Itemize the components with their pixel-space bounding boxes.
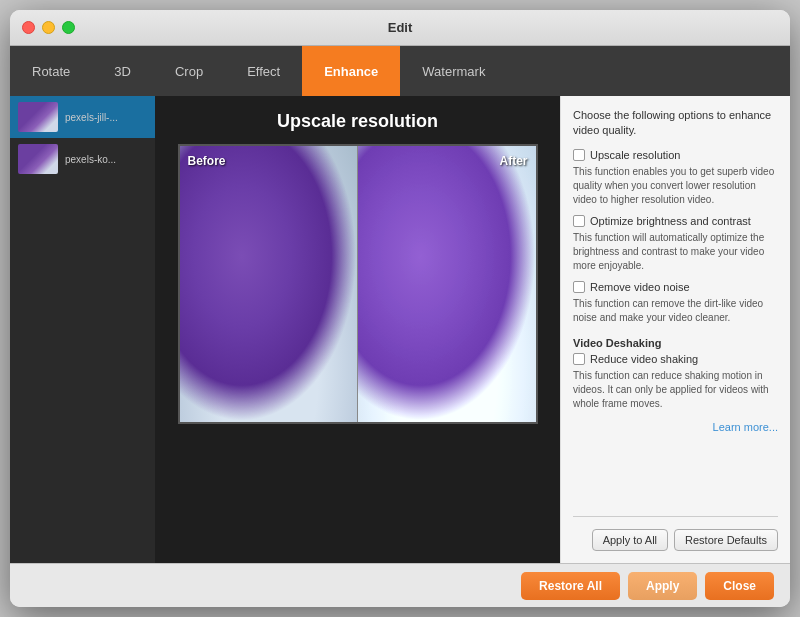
- main-window: Edit Rotate 3D Crop Effect Enhance Water…: [10, 10, 790, 607]
- checkbox-brightness[interactable]: [573, 215, 585, 227]
- checkbox-upscale[interactable]: [573, 149, 585, 161]
- toolbar: Rotate 3D Crop Effect Enhance Watermark: [10, 46, 790, 96]
- option-row-noise: Remove video noise: [573, 281, 778, 293]
- option-desc-upscale: This function enables you to get superb …: [573, 165, 778, 207]
- after-label: After: [499, 154, 527, 168]
- thumb-skier-image-1: [18, 144, 58, 174]
- after-image: [358, 146, 536, 422]
- option-label-upscale: Upscale resolution: [590, 149, 681, 161]
- sidebar-thumb-0: [18, 102, 58, 132]
- sidebar-thumb-1: [18, 144, 58, 174]
- title-bar: Edit: [10, 10, 790, 46]
- minimize-window-button[interactable]: [42, 21, 55, 34]
- option-desc-brightness: This function will automatically optimiz…: [573, 231, 778, 273]
- right-panel-intro: Choose the following options to enhance …: [573, 108, 778, 139]
- window-title: Edit: [388, 20, 413, 35]
- traffic-lights: [22, 21, 75, 34]
- option-row-upscale: Upscale resolution: [573, 149, 778, 161]
- option-label-deshake: Reduce video shaking: [590, 353, 698, 365]
- checkbox-deshake[interactable]: [573, 353, 585, 365]
- close-window-button[interactable]: [22, 21, 35, 34]
- comparison-container: Before After: [178, 144, 538, 424]
- option-label-noise: Remove video noise: [590, 281, 690, 293]
- option-row-deshake: Reduce video shaking: [573, 353, 778, 365]
- option-desc-deshake: This function can reduce shaking motion …: [573, 369, 778, 411]
- sidebar-item-0[interactable]: pexels-jill-...: [10, 96, 155, 138]
- after-image-bg: [358, 146, 536, 422]
- restore-all-button[interactable]: Restore All: [521, 572, 620, 600]
- main-panel: Upscale resolution Before After: [155, 96, 560, 563]
- before-image: [180, 146, 358, 422]
- tab-watermark[interactable]: Watermark: [400, 46, 507, 96]
- right-panel-buttons: Apply to All Restore Defaults: [573, 521, 778, 551]
- tab-crop[interactable]: Crop: [153, 46, 225, 96]
- tab-3d[interactable]: 3D: [92, 46, 153, 96]
- learn-more-link[interactable]: Learn more...: [573, 421, 778, 433]
- tab-effect[interactable]: Effect: [225, 46, 302, 96]
- option-row-brightness: Optimize brightness and contrast: [573, 215, 778, 227]
- option-desc-noise: This function can remove the dirt-like v…: [573, 297, 778, 325]
- content-area: pexels-jill-... pexels-ko... Upscale res…: [10, 96, 790, 563]
- restore-defaults-button[interactable]: Restore Defaults: [674, 529, 778, 551]
- main-panel-title: Upscale resolution: [277, 111, 438, 132]
- before-label: Before: [188, 154, 226, 168]
- tab-enhance[interactable]: Enhance: [302, 46, 400, 96]
- apply-to-all-button[interactable]: Apply to All: [592, 529, 668, 551]
- bottom-bar: Restore All Apply Close: [10, 563, 790, 607]
- after-side: After: [358, 146, 536, 422]
- sidebar-item-1[interactable]: pexels-ko...: [10, 138, 155, 180]
- divider: [573, 516, 778, 517]
- right-panel: Choose the following options to enhance …: [560, 96, 790, 563]
- before-image-bg: [180, 146, 358, 422]
- maximize-window-button[interactable]: [62, 21, 75, 34]
- thumb-skier-image: [18, 102, 58, 132]
- apply-button[interactable]: Apply: [628, 572, 697, 600]
- option-label-brightness: Optimize brightness and contrast: [590, 215, 751, 227]
- sidebar-item-label-1: pexels-ko...: [65, 154, 116, 165]
- sidebar: pexels-jill-... pexels-ko...: [10, 96, 155, 563]
- checkbox-noise[interactable]: [573, 281, 585, 293]
- sidebar-item-label-0: pexels-jill-...: [65, 112, 118, 123]
- deshaking-section-header: Video Deshaking: [573, 337, 778, 349]
- before-side: Before: [180, 146, 359, 422]
- close-button[interactable]: Close: [705, 572, 774, 600]
- tab-rotate[interactable]: Rotate: [10, 46, 92, 96]
